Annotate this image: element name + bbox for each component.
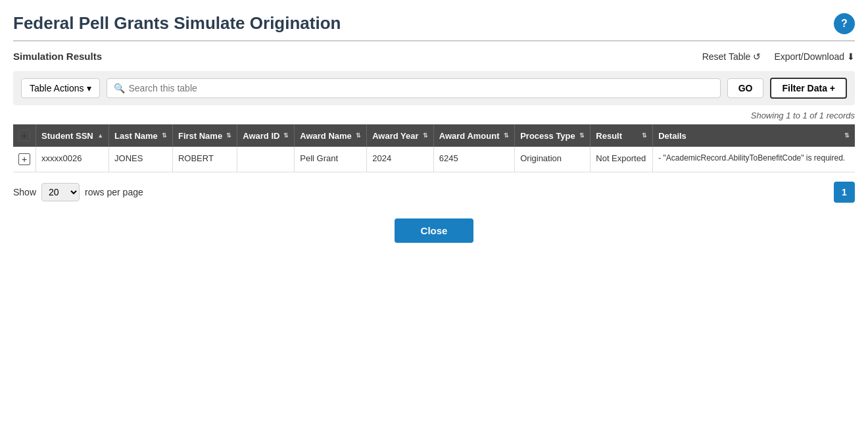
th-first-name[interactable]: First Name ⇅ (172, 124, 237, 147)
sort-arrows-process-type: ⇅ (579, 133, 585, 139)
th-expand: + (13, 124, 36, 147)
th-award-amount[interactable]: Award Amount ⇅ (433, 124, 514, 147)
rows-per-page-control: Show 20 50 100 rows per page (13, 183, 143, 201)
close-button[interactable]: Close (395, 218, 474, 243)
th-student-ssn[interactable]: Student SSN ▲ (36, 124, 109, 147)
sort-arrows-award-amount: ⇅ (504, 133, 509, 139)
search-input[interactable] (129, 83, 713, 93)
table-actions-label: Table Actions (30, 83, 84, 93)
section-title: Simulation Results (13, 51, 102, 62)
header-actions: Reset Table ↺ Export/Download ⬇ (702, 51, 855, 62)
th-award-year[interactable]: Award Year ⇅ (367, 124, 434, 147)
close-section: Close (13, 218, 855, 243)
chevron-down-icon: ▾ (87, 83, 91, 93)
records-info: Showing 1 to 1 of 1 records (13, 111, 855, 120)
sort-arrows-last-name: ⇅ (162, 133, 167, 139)
cell-details: - "AcademicRecord.AbilityToBenefitCode" … (653, 147, 855, 172)
sort-arrows-result: ⇅ (642, 133, 647, 139)
th-award-name[interactable]: Award Name ⇅ (295, 124, 367, 147)
rows-per-page-select[interactable]: 20 50 100 (41, 183, 80, 201)
cell-expand: + (13, 147, 36, 172)
row-expand-button[interactable]: + (18, 153, 30, 165)
show-label: Show (13, 187, 36, 197)
section-header: Simulation Results Reset Table ↺ Export/… (13, 51, 855, 62)
table-header: + Student SSN ▲ Last Name ⇅ Fir (13, 124, 855, 147)
cell-first-name: ROBERT (172, 147, 237, 172)
sort-arrows-award-id: ⇅ (283, 133, 289, 139)
cell-award-id (237, 147, 295, 172)
download-icon: ⬇ (847, 51, 855, 62)
page-title: Federal Pell Grants Simulate Origination (13, 13, 855, 34)
rows-per-page-label: rows per page (85, 187, 143, 197)
cell-award-amount: 6245 (433, 147, 514, 172)
cell-award-name: Pell Grant (295, 147, 367, 172)
reset-icon: ↺ (753, 51, 761, 62)
export-label: Export/Download (774, 51, 844, 62)
table-row: + xxxxx0026 JONES ROBERT Pell Grant 2024… (13, 147, 855, 172)
title-divider (13, 40, 855, 41)
reset-table-label: Reset Table (702, 51, 751, 62)
go-button[interactable]: GO (727, 78, 764, 98)
sort-arrows-first-name: ⇅ (226, 133, 231, 139)
th-award-id[interactable]: Award ID ⇅ (237, 124, 295, 147)
cell-result: Not Exported (591, 147, 653, 172)
th-details[interactable]: Details ⇅ (653, 124, 855, 147)
th-process-type[interactable]: Process Type ⇅ (515, 124, 591, 147)
reset-table-button[interactable]: Reset Table ↺ (702, 51, 761, 62)
sort-arrows-details: ⇅ (844, 133, 850, 139)
filter-data-button[interactable]: Filter Data + (770, 78, 847, 99)
cell-process-type: Origination (515, 147, 591, 172)
help-button[interactable]: ? (834, 13, 855, 34)
page-1-button[interactable]: 1 (834, 182, 855, 203)
toolbar: Table Actions ▾ 🔍 GO Filter Data + (13, 71, 855, 105)
header-row: + Student SSN ▲ Last Name ⇅ Fir (13, 124, 855, 147)
cell-last-name: JONES (109, 147, 173, 172)
sort-arrows-award-name: ⇅ (356, 133, 361, 139)
search-container: 🔍 (107, 78, 721, 98)
export-button[interactable]: Export/Download ⬇ (774, 51, 855, 62)
footer-bar: Show 20 50 100 rows per page 1 (13, 182, 855, 203)
sort-arrows-ssn: ▲ (97, 133, 103, 139)
expand-all-button[interactable]: + (18, 130, 30, 141)
th-last-name[interactable]: Last Name ⇅ (109, 124, 173, 147)
sort-arrows-award-year: ⇅ (423, 133, 428, 139)
data-table: + Student SSN ▲ Last Name ⇅ Fir (13, 124, 855, 172)
pagination: 1 (834, 182, 855, 203)
table-body: + xxxxx0026 JONES ROBERT Pell Grant 2024… (13, 147, 855, 172)
cell-award-year: 2024 (367, 147, 434, 172)
search-icon: 🔍 (114, 83, 125, 93)
th-result[interactable]: Result ⇅ (591, 124, 653, 147)
table-actions-button[interactable]: Table Actions ▾ (21, 78, 100, 98)
cell-student-ssn: xxxxx0026 (36, 147, 109, 172)
